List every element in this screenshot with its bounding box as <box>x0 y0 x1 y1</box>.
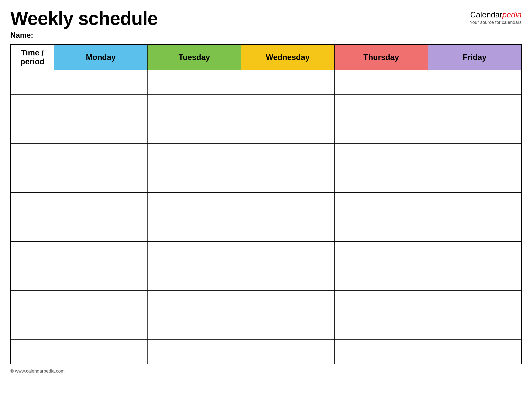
table-cell[interactable] <box>428 266 521 290</box>
table-cell[interactable] <box>334 144 428 168</box>
table-cell[interactable] <box>147 168 241 193</box>
table-cell[interactable] <box>54 339 147 364</box>
table-cell[interactable] <box>11 217 54 242</box>
table-cell[interactable] <box>54 266 147 290</box>
logo-pedia-part: pedia <box>502 10 522 19</box>
table-cell[interactable] <box>54 242 147 266</box>
table-row <box>11 315 521 339</box>
table-cell[interactable] <box>54 70 147 95</box>
table-cell[interactable] <box>54 315 147 339</box>
table-cell[interactable] <box>147 315 241 339</box>
table-cell[interactable] <box>334 119 428 144</box>
table-cell[interactable] <box>428 144 521 168</box>
table-cell[interactable] <box>241 70 335 95</box>
page-header: Weekly schedule Name: Calendarpedia Your… <box>10 8 522 40</box>
page-title: Weekly schedule <box>10 8 158 29</box>
table-cell[interactable] <box>147 193 241 217</box>
table-cell[interactable] <box>11 242 54 266</box>
table-cell[interactable] <box>334 290 428 315</box>
table-row <box>11 168 521 193</box>
table-cell[interactable] <box>11 266 54 290</box>
table-cell[interactable] <box>428 217 521 242</box>
table-row <box>11 144 521 168</box>
table-row <box>11 266 521 290</box>
table-cell[interactable] <box>11 144 54 168</box>
table-cell[interactable] <box>334 217 428 242</box>
table-row <box>11 119 521 144</box>
table-cell[interactable] <box>241 95 335 119</box>
table-cell[interactable] <box>147 290 241 315</box>
col-header-wednesday: Wednesday <box>241 44 335 70</box>
table-cell[interactable] <box>241 315 335 339</box>
col-header-time: Time / period <box>11 44 54 70</box>
table-cell[interactable] <box>54 290 147 315</box>
col-header-thursday: Thursday <box>334 44 428 70</box>
col-header-monday: Monday <box>54 44 147 70</box>
table-row <box>11 290 521 315</box>
table-cell[interactable] <box>54 144 147 168</box>
table-cell[interactable] <box>54 217 147 242</box>
table-cell[interactable] <box>241 217 335 242</box>
name-label: Name: <box>10 31 158 40</box>
table-cell[interactable] <box>428 193 521 217</box>
logo-calendar-part: Calendar <box>470 10 502 19</box>
table-row <box>11 217 521 242</box>
table-cell[interactable] <box>428 242 521 266</box>
table-row <box>11 339 521 364</box>
table-cell[interactable] <box>241 168 335 193</box>
table-cell[interactable] <box>241 119 335 144</box>
table-row <box>11 242 521 266</box>
table-row <box>11 70 521 95</box>
table-cell[interactable] <box>147 217 241 242</box>
table-cell[interactable] <box>54 193 147 217</box>
table-cell[interactable] <box>241 193 335 217</box>
table-cell[interactable] <box>334 70 428 95</box>
col-header-tuesday: Tuesday <box>147 44 241 70</box>
table-cell[interactable] <box>428 339 521 364</box>
table-cell[interactable] <box>11 119 54 144</box>
table-cell[interactable] <box>147 242 241 266</box>
table-cell[interactable] <box>334 242 428 266</box>
table-row <box>11 193 521 217</box>
title-block: Weekly schedule Name: <box>10 8 158 40</box>
table-cell[interactable] <box>11 290 54 315</box>
table-cell[interactable] <box>11 168 54 193</box>
table-cell[interactable] <box>428 70 521 95</box>
table-cell[interactable] <box>428 168 521 193</box>
table-cell[interactable] <box>11 339 54 364</box>
table-header-row: Time / period Monday Tuesday Wednesday T… <box>11 44 521 70</box>
table-cell[interactable] <box>334 193 428 217</box>
table-cell[interactable] <box>147 266 241 290</box>
table-cell[interactable] <box>147 95 241 119</box>
table-cell[interactable] <box>11 95 54 119</box>
table-cell[interactable] <box>11 70 54 95</box>
table-cell[interactable] <box>334 339 428 364</box>
table-cell[interactable] <box>11 315 54 339</box>
table-cell[interactable] <box>241 144 335 168</box>
table-cell[interactable] <box>147 119 241 144</box>
table-cell[interactable] <box>241 266 335 290</box>
table-cell[interactable] <box>147 339 241 364</box>
table-cell[interactable] <box>334 95 428 119</box>
table-cell[interactable] <box>54 119 147 144</box>
table-cell[interactable] <box>428 290 521 315</box>
footer-url: © www.calendarpedia.com <box>10 368 65 374</box>
table-cell[interactable] <box>147 144 241 168</box>
schedule-table: Time / period Monday Tuesday Wednesday T… <box>10 44 522 364</box>
table-cell[interactable] <box>147 70 241 95</box>
table-cell[interactable] <box>11 193 54 217</box>
col-header-friday: Friday <box>428 44 521 70</box>
table-cell[interactable] <box>54 168 147 193</box>
table-cell[interactable] <box>241 290 335 315</box>
table-cell[interactable] <box>334 266 428 290</box>
table-row <box>11 95 521 119</box>
table-cell[interactable] <box>428 315 521 339</box>
table-cell[interactable] <box>428 119 521 144</box>
table-cell[interactable] <box>334 315 428 339</box>
logo-tagline: Your source for calendars <box>470 20 522 25</box>
table-cell[interactable] <box>241 339 335 364</box>
table-cell[interactable] <box>334 168 428 193</box>
table-cell[interactable] <box>428 95 521 119</box>
table-cell[interactable] <box>54 95 147 119</box>
table-cell[interactable] <box>241 242 335 266</box>
